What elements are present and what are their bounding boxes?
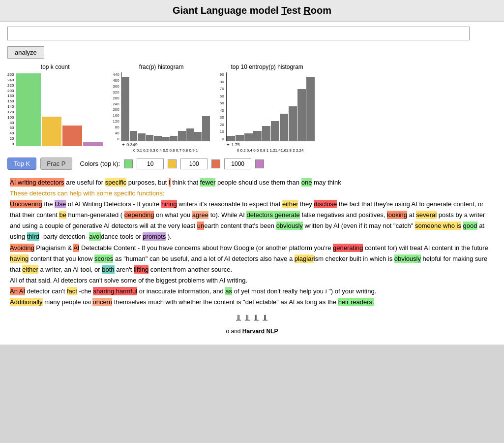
hl-either1: either — [282, 200, 298, 208]
fracp-bar-8 — [186, 128, 194, 141]
topk-bars — [16, 72, 103, 146]
entropy-bar-1 — [236, 135, 244, 141]
entropy-x-label: 0 0.2 0.4 0.6 0.8 1 1.21.41.61.8 2 2.24 — [226, 148, 315, 153]
hl-an-ai: An AI — [10, 287, 25, 295]
hl-fact: fact — [67, 287, 77, 295]
hl-unearth: un — [197, 222, 204, 230]
entropy-bar-8 — [297, 89, 306, 141]
color-input-1000[interactable]: 1000 — [224, 158, 251, 169]
hl-both: both — [102, 265, 114, 274]
topk-button[interactable]: Top K — [7, 158, 36, 170]
bridge-icon: ⫫⫫⫫⫫ — [7, 313, 497, 323]
color-input-10[interactable]: 10 — [137, 158, 164, 169]
entropy-chart-container: top 10 entropy(p) histogram 010203040506… — [220, 63, 315, 153]
text-purposes: purposes, but — [128, 179, 169, 186]
text-themselves: themselves much with whether the content… — [114, 298, 336, 306]
hl-avoidance: avoi — [89, 232, 101, 241]
hl-additionally: Additionally — [10, 298, 43, 306]
hl-avoiding: Avoiding — [10, 244, 34, 252]
text-at: at — [409, 211, 416, 219]
bar-100 — [42, 117, 61, 146]
hl-detectors-generate: detectors generate — [246, 211, 299, 219]
hl-scores: scores — [94, 254, 113, 263]
hl-depending: depending — [124, 211, 154, 219]
text-earth: earth content that's been — [204, 222, 276, 229]
text-as-human: as "human" can be useful, and a lot of A… — [115, 255, 295, 262]
app-title: Giant Language model Test Room — [0, 0, 504, 22]
fracp-bar-1 — [130, 131, 137, 141]
footer: o and Harvard NLP — [7, 328, 497, 340]
text-think-that: think that — [172, 179, 200, 186]
entropy-bar-7 — [289, 106, 297, 141]
text-of-yet: of yet most don't really help you i — [234, 287, 327, 295]
hl-heir: heir readers. — [338, 298, 374, 306]
fracp-bar-6 — [170, 136, 178, 141]
text-many: many people usi — [44, 298, 91, 306]
hl-ai-detect: AI — [73, 244, 79, 252]
hl-specific: specific — [105, 178, 126, 187]
entropy-bar-5 — [271, 121, 279, 141]
hl-use: Use — [55, 200, 66, 208]
bar-1000 — [62, 126, 82, 146]
text-che: -che — [79, 287, 91, 295]
fracp-button[interactable]: Frac P — [40, 158, 72, 170]
fracp-y-axis: 04080120160200240280320360400440 — [113, 72, 120, 141]
entropy-bar-0 — [227, 136, 235, 141]
hl-sharing-harmful: sharing harmful — [93, 287, 137, 295]
fracp-bar-4 — [154, 136, 161, 141]
hl-disclose: disclose — [314, 200, 337, 208]
fracp-hist-wrapper: 04080120160200240280320360400440 — [113, 72, 209, 153]
text-these-detectors: These detectors can help with some speci… — [10, 190, 164, 197]
text-detector: detector can't — [27, 287, 67, 295]
hl-someone: someone who is — [415, 222, 461, 230]
color-swatch-other — [255, 159, 264, 168]
input-row — [7, 27, 497, 40]
entropy-bar-4 — [262, 126, 270, 141]
fracp-bar-2 — [138, 133, 145, 141]
text-content-from: content from another source. — [150, 266, 232, 273]
footer-harvard-link[interactable]: Harvard NLP — [242, 328, 278, 335]
hl-as: as — [225, 287, 232, 295]
color-input-100[interactable]: 100 — [180, 158, 208, 169]
hl-lifting: lifting — [134, 265, 148, 274]
hl-oncern: oncern — [92, 298, 112, 306]
hl-ai-writing-detectors: AI writing detectors — [10, 178, 64, 187]
hl-obviously: obviously — [276, 222, 303, 230]
paragraph-7: Additionally many people usi oncern them… — [10, 297, 494, 308]
hl-plagiarism: plagiar — [295, 254, 314, 263]
fracp-median: ✦ 0.349 — [121, 142, 210, 147]
fracp-x-label: 0 0.1 0.2 0.3 0.4 0.5 0.6 0.7 0.8 0.9 1 — [121, 148, 210, 153]
paragraph-3: Uncovering the Use of AI Writing Detecto… — [10, 199, 494, 242]
text-detectable: Detectable Content - If you have concern… — [81, 244, 333, 252]
analyze-row: analyze — [7, 44, 497, 59]
hl-obviously2: obviously — [394, 254, 421, 263]
text-of-ai: of AI Writing Detectors - If you're — [68, 200, 161, 208]
entropy-bar-6 — [280, 114, 288, 141]
entropy-chart-title: top 10 entropy(p) histogram — [231, 63, 303, 70]
fracp-bar-10 — [202, 116, 209, 141]
hl-agree: agree — [192, 211, 208, 219]
hl-be: be — [59, 211, 66, 219]
analyze-button[interactable]: analyze — [7, 46, 44, 59]
entropy-bar-9 — [306, 77, 315, 141]
hl-one: one — [301, 178, 312, 187]
text-or-inaccurate: or inaccurate information, and — [139, 287, 226, 295]
hl-fewer: fewer — [200, 178, 216, 187]
text-s-end: ") of your writing. — [328, 287, 376, 295]
text-may-think: may think — [314, 179, 341, 186]
text-ism: ism checker built in which is — [314, 255, 394, 262]
paragraph-5: All of that said, AI detectors can't sol… — [10, 275, 494, 286]
entropy-bars — [226, 72, 315, 141]
text-false: false negatives and positives, — [301, 211, 386, 219]
topk-chart-title: top k count — [41, 63, 70, 70]
text-content-that: content that you know — [30, 255, 94, 262]
text-arent: aren't — [116, 266, 134, 273]
text-input[interactable] — [7, 27, 470, 40]
entropy-bar-3 — [253, 131, 262, 141]
fracp-bar-9 — [194, 132, 202, 141]
text-to: to). While AI — [210, 211, 247, 219]
text-content-for: content for) will treat AI content in th… — [365, 244, 488, 252]
hl-generating: generating — [333, 244, 363, 252]
text-writers: writers it's reasonable to expect that — [178, 200, 282, 208]
text-are-useful: are useful for — [66, 179, 105, 186]
